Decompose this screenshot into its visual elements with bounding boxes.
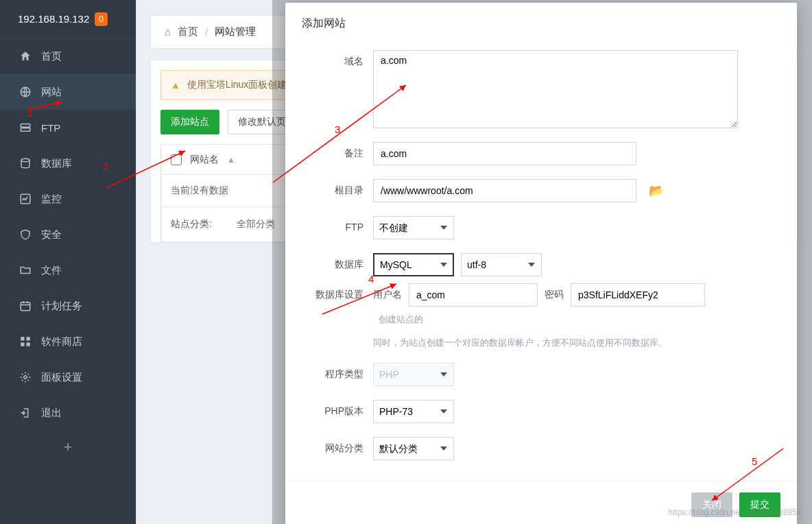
- sidebar-item-label: 数据库: [41, 157, 72, 170]
- breadcrumb-separator: /: [205, 26, 208, 38]
- add-site-modal: 添加网站 域名 a.com 备注 根目录 📂 FTP 不创建 数据库 MySQL: [285, 3, 797, 524]
- sidebar-item-label: 网站: [41, 86, 62, 99]
- sidebar-item-ftp[interactable]: FTP: [0, 110, 136, 145]
- home-icon: ⌂: [165, 26, 171, 38]
- watermark: https://blog.csdn.net/xxxxx5458885x: [669, 508, 801, 517]
- sidebar-item-label: 安全: [41, 228, 62, 241]
- sidebar-item-settings[interactable]: 面板设置: [0, 359, 136, 395]
- label-remark: 备注: [302, 142, 363, 160]
- db-type-select[interactable]: MySQL: [373, 253, 454, 276]
- gear-icon: [19, 371, 32, 383]
- sidebar-header: 192.168.19.132 0: [0, 0, 136, 38]
- sidebar-item-monitor[interactable]: 监控: [0, 181, 136, 217]
- label-app-type: 程序类型: [302, 363, 363, 381]
- notification-badge[interactable]: 0: [95, 12, 108, 26]
- label-ftp: FTP: [302, 216, 363, 233]
- svg-rect-7: [21, 337, 24, 340]
- svg-rect-2: [21, 124, 30, 128]
- calendar-icon: [19, 300, 32, 312]
- svg-rect-6: [21, 302, 30, 311]
- sidebar-item-label: 面板设置: [41, 371, 82, 384]
- home-icon: [19, 50, 32, 62]
- sidebar-item-files[interactable]: 文件: [0, 252, 136, 288]
- svg-rect-3: [21, 128, 30, 132]
- sidebar-item-label: 文件: [41, 264, 62, 277]
- db-user-input[interactable]: [409, 283, 538, 307]
- sidebar-item-label: 监控: [41, 193, 62, 206]
- modal-title: 添加网站: [285, 3, 797, 39]
- logout-icon: [19, 407, 32, 419]
- ftp-select[interactable]: 不创建: [373, 216, 454, 239]
- hint-db: 同时，为站点创建一个对应的数据库帐户，方便不同站点使用不同数据库。: [373, 337, 780, 349]
- db-charset-select[interactable]: utf-8: [461, 253, 542, 276]
- category-select[interactable]: 默认分类: [373, 437, 454, 460]
- breadcrumb-current: 网站管理: [215, 25, 256, 38]
- sidebar-item-home[interactable]: 首页: [0, 38, 136, 74]
- sort-icon[interactable]: ▲: [227, 155, 235, 165]
- label-db-user: 用户名: [373, 289, 402, 301]
- folder-icon: [19, 264, 32, 276]
- remark-input[interactable]: [373, 142, 636, 165]
- root-input[interactable]: [373, 179, 636, 202]
- sidebar-item-label: 计划任务: [41, 300, 82, 313]
- globe-icon: [19, 86, 32, 98]
- svg-point-11: [24, 376, 27, 379]
- warning-icon: ▲: [171, 80, 180, 91]
- svg-point-4: [21, 158, 29, 162]
- sidebar-item-logout[interactable]: 退出: [0, 395, 136, 431]
- svg-rect-5: [21, 194, 30, 204]
- select-all-checkbox[interactable]: [171, 154, 182, 165]
- sidebar-add-button[interactable]: +: [0, 431, 136, 464]
- label-db-pass: 密码: [545, 289, 564, 301]
- col-site-name[interactable]: 网站名: [190, 154, 219, 166]
- label-category: 网站分类: [302, 437, 363, 455]
- modal-footer: 关闭 提交: [285, 481, 797, 524]
- sidebar-item-label: 退出: [41, 407, 62, 420]
- database-icon: [19, 157, 32, 169]
- filter-label: 站点分类:: [171, 218, 220, 230]
- sidebar-item-label: 软件商店: [41, 335, 82, 348]
- php-version-select[interactable]: PHP-73: [373, 400, 454, 423]
- grid-icon: [19, 335, 32, 348]
- svg-rect-10: [27, 343, 30, 346]
- domain-textarea[interactable]: a.com: [373, 50, 738, 128]
- label-db-set: 数据库设置: [302, 283, 363, 301]
- sidebar-item-store[interactable]: 软件商店: [0, 324, 136, 359]
- svg-rect-8: [27, 337, 30, 340]
- server-ip: 192.168.19.132: [18, 13, 89, 25]
- sidebar-item-security[interactable]: 安全: [0, 217, 136, 252]
- label-db: 数据库: [302, 253, 363, 271]
- folder-open-icon[interactable]: 📂: [649, 183, 664, 198]
- label-php-ver: PHP版本: [302, 400, 363, 418]
- sidebar-item-site[interactable]: 网站: [0, 74, 136, 110]
- svg-rect-9: [21, 343, 24, 346]
- sidebar-item-label: 首页: [41, 50, 62, 63]
- label-domain: 域名: [302, 50, 363, 68]
- sidebar-item-database[interactable]: 数据库: [0, 145, 136, 181]
- sidebar-item-label: FTP: [41, 122, 60, 134]
- app-type-select: PHP: [373, 363, 454, 386]
- hint-create-side: 创建站点的: [379, 313, 780, 326]
- db-pass-input[interactable]: [571, 283, 705, 307]
- breadcrumb-home[interactable]: 首页: [178, 25, 198, 38]
- chart-icon: [19, 193, 32, 205]
- shield-icon: [19, 228, 32, 241]
- add-site-button[interactable]: 添加站点: [160, 110, 219, 134]
- sidebar-item-cron[interactable]: 计划任务: [0, 288, 136, 324]
- sidebar: 192.168.19.132 0 首页 网站 FTP 数据库 监控 安全 文件 …: [0, 0, 136, 524]
- label-root: 根目录: [302, 179, 363, 197]
- ftp-icon: [19, 121, 32, 134]
